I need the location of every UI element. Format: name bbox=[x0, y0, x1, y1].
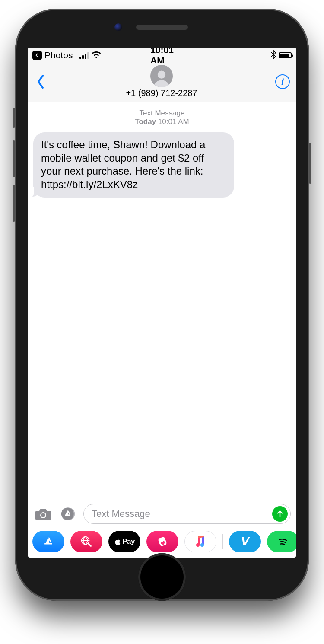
apple-logo-icon bbox=[114, 538, 121, 545]
compose-input[interactable]: Text Message bbox=[83, 504, 291, 524]
conversation-header: +1 (989) 712-2287 i bbox=[28, 63, 296, 102]
arrow-up-icon bbox=[276, 510, 284, 518]
thread-timestamp: Text Message Today 10:01 AM bbox=[33, 109, 291, 126]
appstore-icon bbox=[60, 507, 77, 521]
back-to-app-chip[interactable] bbox=[32, 51, 42, 60]
drawer-separator bbox=[222, 534, 223, 549]
incoming-message-bubble[interactable]: It's coffee time, Shawn! Download a mobi… bbox=[33, 132, 234, 198]
svg-point-0 bbox=[158, 71, 165, 79]
apple-pay-label: Pay bbox=[114, 537, 135, 546]
info-icon: i bbox=[281, 76, 284, 87]
thread-type-label: Text Message bbox=[33, 109, 291, 118]
bluetooth-icon bbox=[271, 50, 276, 61]
drawer-apple-pay[interactable]: Pay bbox=[108, 531, 140, 552]
back-to-app-label[interactable]: Photos bbox=[44, 50, 73, 61]
camera-button[interactable] bbox=[33, 505, 53, 523]
chevron-left-icon bbox=[37, 74, 45, 89]
cell-signal-icon bbox=[79, 52, 89, 59]
volume-up-btn bbox=[13, 140, 15, 177]
front-camera bbox=[114, 23, 122, 31]
appstore-icon bbox=[41, 535, 55, 548]
message-row: It's coffee time, Shawn! Download a mobi… bbox=[33, 132, 291, 198]
device-frame: Photos 10:01 AM bbox=[0, 0, 324, 644]
svg-rect-6 bbox=[158, 536, 167, 547]
back-button[interactable] bbox=[34, 73, 48, 90]
compose-bar: Text Message bbox=[28, 501, 296, 528]
info-button[interactable]: i bbox=[275, 74, 290, 89]
message-list[interactable]: Text Message Today 10:01 AM It's coffee … bbox=[28, 102, 296, 501]
wifi-icon bbox=[92, 50, 101, 61]
drawer-spotify[interactable] bbox=[267, 531, 296, 552]
compose-placeholder: Text Message bbox=[92, 508, 272, 520]
svg-point-2 bbox=[41, 513, 45, 517]
svg-point-8 bbox=[200, 543, 204, 547]
volume-down-btn bbox=[13, 185, 15, 222]
app-drawer-button[interactable] bbox=[58, 505, 78, 523]
thread-day: Today bbox=[135, 118, 156, 126]
chevron-left-icon bbox=[35, 53, 40, 58]
mute-switch bbox=[13, 108, 15, 128]
send-button[interactable] bbox=[272, 506, 288, 522]
svg-point-7 bbox=[196, 543, 200, 547]
drawer-venmo[interactable]: V bbox=[229, 531, 261, 552]
drawer-music[interactable] bbox=[184, 531, 216, 552]
phone-body: Photos 10:01 AM bbox=[15, 9, 309, 601]
drawer-app-store[interactable] bbox=[32, 531, 64, 552]
venmo-label: V bbox=[241, 535, 249, 548]
power-btn bbox=[309, 143, 311, 184]
drawer-health[interactable] bbox=[146, 531, 178, 552]
music-icon bbox=[194, 535, 207, 548]
battery-icon bbox=[279, 52, 292, 58]
screen: Photos 10:01 AM bbox=[28, 48, 296, 558]
thread-time: 10:01 AM bbox=[158, 118, 189, 126]
clock: 10:01 AM bbox=[150, 48, 174, 65]
home-button[interactable] bbox=[138, 553, 186, 601]
globe-search-icon bbox=[79, 535, 93, 548]
contact-avatar[interactable] bbox=[150, 65, 173, 87]
drawer-image-search[interactable] bbox=[70, 531, 102, 552]
status-bar: Photos 10:01 AM bbox=[28, 48, 296, 63]
heart-tag-icon bbox=[156, 535, 169, 548]
contact-number[interactable]: +1 (989) 712-2287 bbox=[126, 88, 197, 98]
message-text: It's coffee time, Shawn! Download a mobi… bbox=[41, 139, 205, 190]
spotify-icon bbox=[276, 535, 290, 548]
person-icon bbox=[152, 68, 171, 87]
camera-icon bbox=[35, 507, 52, 521]
